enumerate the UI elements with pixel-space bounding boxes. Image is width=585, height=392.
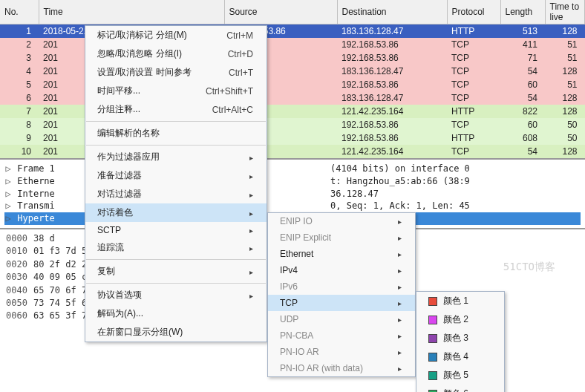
menu-timeref[interactable]: 设置/取消设置 时间参考Ctrl+T [85, 63, 267, 82]
submenu-udp[interactable]: UDP [268, 311, 415, 326]
tree-ip-cont: 36.128.47 [330, 188, 470, 200]
expand-icon[interactable]: ▷ [4, 175, 12, 188]
color-option-1[interactable]: 颜色 1 [416, 292, 504, 310]
col-destination[interactable]: Destination [337, 0, 447, 24]
menu-colorize-conversation[interactable]: 对话着色 [85, 203, 267, 222]
menu-prepare-filter[interactable]: 准备过滤器 [85, 166, 267, 185]
submenu-ethernet[interactable]: Ethernet [268, 246, 415, 262]
col-source[interactable]: Source [224, 0, 337, 24]
menu-copy[interactable]: 复制 [85, 262, 267, 281]
menu-follow[interactable]: 追踪流 [85, 238, 267, 257]
tree-tcp[interactable]: Transmi [17, 200, 55, 211]
color-label: 颜色 2 [443, 313, 468, 326]
colorize-submenu[interactable]: ENIP IO ENIP Explicit Ethernet IPv4 IPv6… [267, 212, 416, 326]
tree-tcp-cont: 0, Seq: 1, Ack: 1, Len: 45 [330, 200, 470, 212]
col-length[interactable]: Length [500, 0, 545, 24]
submenu-ipv6[interactable]: IPv6 [268, 278, 415, 295]
tree-frame-cont: (4104 bits) on interface 0 [330, 163, 470, 175]
tree-ethernet[interactable]: Etherne [17, 176, 55, 186]
menu-apply-as-filter[interactable]: 作为过滤器应用 [85, 148, 267, 166]
color-option-2[interactable]: 颜色 2 [416, 310, 504, 326]
menu-timeshift[interactable]: 时间平移...Ctrl+Shift+T [85, 82, 267, 100]
color-swatch-icon [428, 316, 437, 324]
col-no[interactable]: No. [0, 0, 39, 24]
menu-show-in-new-window[interactable]: 在新窗口显示分组(W) [85, 323, 267, 326]
menu-ignore[interactable]: 忽略/取消忽略 分组(I)Ctrl+D [85, 45, 267, 63]
menu-protocol-prefs[interactable]: 协议首选项 [85, 286, 267, 304]
menu-conversation-filter[interactable]: 对话过滤器 [85, 185, 267, 203]
tree-eth-cont: t: Hangzhou_a5:ab:66 (38:9 [330, 175, 470, 188]
context-menu[interactable]: 标记/取消标记 分组(M)Ctrl+M 忽略/取消忽略 分组(I)Ctrl+D … [85, 25, 267, 326]
menu-comment[interactable]: 分组注释...Ctrl+Alt+C [85, 100, 267, 119]
col-time[interactable]: Time [39, 0, 224, 24]
expand-icon[interactable]: ▷ [4, 188, 12, 200]
menu-mark[interactable]: 标记/取消标记 分组(M)Ctrl+M [85, 26, 267, 45]
color-label: 颜色 1 [443, 295, 468, 307]
menu-edit-resolved[interactable]: 编辑解析的名称 [85, 124, 267, 143]
expand-icon[interactable]: ▷ [4, 212, 12, 225]
submenu-enip-io[interactable]: ENIP IO [268, 213, 415, 229]
tree-internet[interactable]: Interne [17, 189, 55, 199]
color-submenu[interactable]: 颜色 1颜色 2颜色 3颜色 4颜色 5颜色 6颜色 7 [416, 291, 505, 326]
tree-http[interactable]: Hyperte [17, 213, 55, 223]
packet-list-header[interactable]: No. Time Source Destination Protocol Len… [0, 0, 585, 24]
color-swatch-icon [428, 297, 437, 306]
submenu-ipv4[interactable]: IPv4 [268, 262, 415, 278]
col-protocol[interactable]: Protocol [447, 0, 500, 24]
expand-icon[interactable]: ▷ [4, 163, 12, 175]
col-ttl[interactable]: Time to live [545, 0, 585, 24]
submenu-tcp[interactable]: TCP [268, 295, 415, 311]
submenu-enip-explicit[interactable]: ENIP Explicit [268, 229, 415, 246]
menu-decode-as[interactable]: 解码为(A)... [85, 304, 267, 323]
tree-frame[interactable]: Frame 1 [17, 163, 55, 174]
menu-sctp[interactable]: SCTP [85, 222, 267, 238]
expand-icon[interactable]: ▷ [4, 200, 12, 212]
